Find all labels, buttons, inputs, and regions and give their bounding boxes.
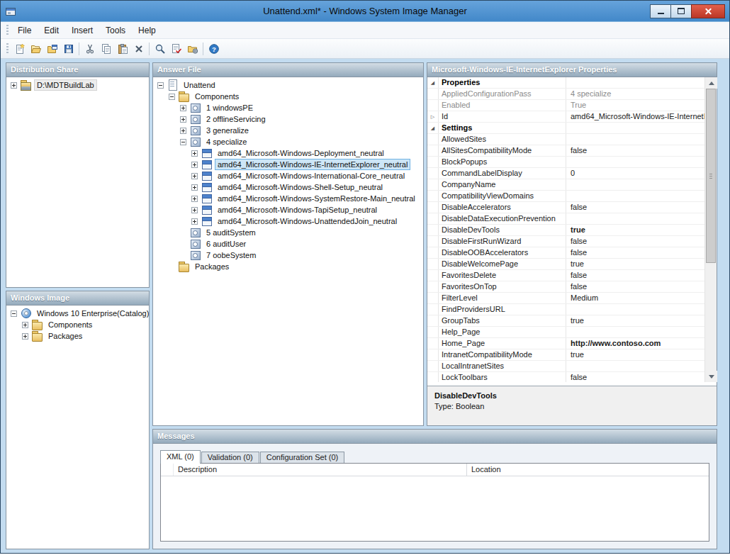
property-value[interactable] xyxy=(566,361,704,371)
tree-item[interactable]: amd64_Microsoft-Windows-Shell-Setup_neut… xyxy=(153,181,423,193)
tree-item-label[interactable]: 5 auditSystem xyxy=(203,227,259,238)
tree-item[interactable]: Unattend xyxy=(153,79,423,91)
property-row[interactable]: DisableWelcomePagetrue xyxy=(427,259,704,270)
menu-file[interactable]: File xyxy=(11,23,38,38)
expander-plus-icon[interactable] xyxy=(191,207,198,213)
property-value[interactable] xyxy=(566,134,704,145)
property-row[interactable]: CompatibilityViewDomains xyxy=(427,191,704,202)
tree-item[interactable]: amd64_Microsoft-Windows-UnattendedJoin_n… xyxy=(153,215,423,227)
tree-item[interactable]: 7 oobeSystem xyxy=(153,250,423,261)
tree-item-label[interactable]: 3 generalize xyxy=(203,125,252,136)
expander-plus-icon[interactable] xyxy=(11,82,17,89)
expander-plus-icon[interactable] xyxy=(191,196,198,202)
close-button[interactable] xyxy=(691,4,725,18)
property-row[interactable]: LocalIntranetSites xyxy=(427,361,704,372)
property-value[interactable]: 0 xyxy=(566,168,704,179)
property-value[interactable] xyxy=(566,327,704,337)
expander-plus-icon[interactable] xyxy=(191,162,198,168)
tree-item[interactable]: 2 offlineServicing xyxy=(153,113,423,125)
property-row[interactable]: DisableAcceleratorsfalse xyxy=(427,202,704,213)
property-value[interactable]: false xyxy=(566,281,704,292)
tree-item-label[interactable]: Unattend xyxy=(181,79,218,91)
tab-configuration-set-0[interactable]: Configuration Set (0) xyxy=(260,452,345,463)
copy-button[interactable] xyxy=(98,41,114,57)
delete-button[interactable] xyxy=(130,41,147,57)
tree-item[interactable]: 6 auditUser xyxy=(153,238,423,250)
property-row[interactable]: CompanyName xyxy=(427,179,704,191)
menu-edit[interactable]: Edit xyxy=(38,23,65,38)
tab-xml-0[interactable]: XML (0) xyxy=(160,450,201,464)
column-header-description[interactable]: Description xyxy=(174,464,467,476)
expander-plus-icon[interactable] xyxy=(180,105,186,111)
expander-minus-icon[interactable] xyxy=(180,139,186,145)
tree-item-label[interactable]: 4 specialize xyxy=(203,136,249,147)
property-row[interactable]: FavoritesOnTopfalse xyxy=(427,281,704,293)
menu-tools[interactable]: Tools xyxy=(99,23,132,38)
tree-item[interactable]: D:\MDTBuildLab xyxy=(6,79,149,91)
property-row[interactable]: DisableFirstRunWizardfalse xyxy=(427,236,704,247)
tree-item[interactable]: 4 specialize xyxy=(153,136,423,147)
expander-plus-icon[interactable] xyxy=(191,218,198,225)
property-row[interactable]: DisableDataExecutionPrevention xyxy=(427,213,704,225)
tree-item[interactable]: Packages xyxy=(153,261,423,272)
tree-item[interactable]: amd64_Microsoft-Windows-TapiSetup_neutra… xyxy=(153,204,423,215)
open-windows-image-button[interactable] xyxy=(44,41,60,57)
expander-plus-icon[interactable] xyxy=(191,150,198,157)
property-row[interactable]: AppliedConfigurationPass4 specialize xyxy=(427,89,704,100)
create-configuration-set-button[interactable] xyxy=(184,41,201,57)
tree-item-label[interactable]: 7 oobeSystem xyxy=(203,250,259,261)
property-section-row[interactable]: ◢Properties xyxy=(427,77,704,89)
tree-item-label[interactable]: Components xyxy=(45,319,95,330)
property-value[interactable] xyxy=(566,157,704,167)
property-value[interactable]: Medium xyxy=(566,293,704,303)
property-row[interactable]: CommandLabelDisplay0 xyxy=(427,168,704,179)
save-answer-file-button[interactable] xyxy=(60,41,77,57)
expander-plus-icon[interactable] xyxy=(191,184,198,191)
tree-item[interactable]: 3 generalize xyxy=(153,125,423,136)
expander-plus-icon[interactable] xyxy=(180,116,186,123)
tree-item-label[interactable]: amd64_Microsoft-Windows-SystemRestore-Ma… xyxy=(215,193,418,204)
tree-item[interactable]: amd64_Microsoft-Windows-SystemRestore-Ma… xyxy=(153,193,423,204)
property-value[interactable]: true xyxy=(566,315,704,326)
validate-answer-file-button[interactable] xyxy=(168,41,184,57)
tree-item[interactable]: 1 windowsPE xyxy=(153,102,423,113)
property-row[interactable]: ▷Idamd64_Microsoft-Windows-IE-InternetEx xyxy=(427,111,704,123)
tree-item-label[interactable]: amd64_Microsoft-Windows-Shell-Setup_neut… xyxy=(215,181,386,193)
property-grid-scrollbar[interactable] xyxy=(704,77,717,382)
property-row[interactable]: FindProvidersURL xyxy=(427,304,704,315)
property-row[interactable]: EnabledTrue xyxy=(427,100,704,111)
property-value[interactable]: 4 specialize xyxy=(566,89,704,99)
tree-item-label[interactable]: amd64_Microsoft-Windows-UnattendedJoin_n… xyxy=(215,215,400,227)
tree-item[interactable]: amd64_Microsoft-Windows-International-Co… xyxy=(153,170,423,181)
tree-item[interactable]: amd64_Microsoft-Windows-IE-InternetExplo… xyxy=(153,159,423,170)
tree-item[interactable]: Components xyxy=(6,319,149,330)
expander-minus-icon[interactable] xyxy=(169,94,175,100)
property-value[interactable] xyxy=(566,191,704,201)
tree-item[interactable]: 5 auditSystem xyxy=(153,227,423,238)
tree-item[interactable]: Windows 10 Enterprise(Catalog) xyxy=(6,308,149,319)
scroll-up-button[interactable] xyxy=(705,77,717,89)
property-value[interactable]: amd64_Microsoft-Windows-IE-InternetEx xyxy=(566,111,704,122)
scroll-down-button[interactable] xyxy=(705,371,717,382)
gutter-expanded-icon[interactable]: ◢ xyxy=(427,123,439,133)
property-row[interactable]: DisableOOBAcceleratorsfalse xyxy=(427,247,704,259)
tree-item[interactable]: Components xyxy=(153,91,423,102)
tree-item-label[interactable]: Windows 10 Enterprise(Catalog) xyxy=(34,308,149,319)
tree-item-label[interactable]: amd64_Microsoft-Windows-International-Co… xyxy=(215,170,408,181)
tree-item-label[interactable]: Components xyxy=(192,91,242,102)
new-answer-file-button[interactable] xyxy=(11,41,28,57)
property-value[interactable]: true xyxy=(566,349,704,360)
property-row[interactable]: BlockPopups xyxy=(427,157,704,168)
property-value[interactable]: false xyxy=(566,247,704,258)
property-row[interactable]: IntranetCompatibilityModetrue xyxy=(427,349,704,361)
expander-minus-icon[interactable] xyxy=(11,310,17,317)
scrollbar-thumb[interactable] xyxy=(706,89,716,263)
expander-plus-icon[interactable] xyxy=(22,333,28,340)
tree-item-label[interactable]: 1 windowsPE xyxy=(203,102,256,113)
property-row[interactable]: Home_Pagehttp://www.contoso.com xyxy=(427,338,704,349)
property-row[interactable]: GroupTabstrue xyxy=(427,315,704,327)
expander-minus-icon[interactable] xyxy=(157,82,164,89)
column-header-location[interactable]: Location xyxy=(467,464,709,476)
menu-help[interactable]: Help xyxy=(132,23,162,38)
help-button[interactable]: ? xyxy=(206,41,222,57)
